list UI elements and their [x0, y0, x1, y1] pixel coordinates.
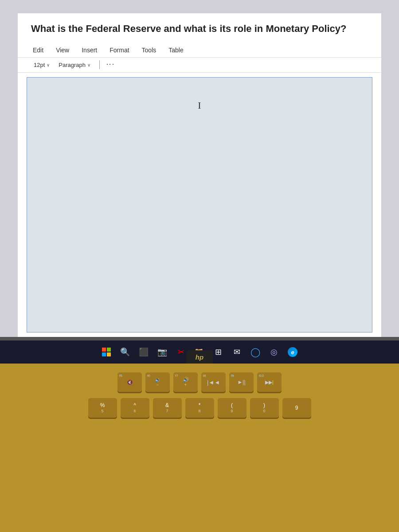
paragraph-dropdown[interactable]: Paragraph ∨ — [56, 60, 93, 70]
key-caret[interactable]: ^ 6 — [121, 398, 149, 418]
key-f5-icon: 🔇 — [127, 379, 133, 385]
hp-logo: hp — [186, 350, 213, 364]
menu-edit[interactable]: Edit — [31, 46, 45, 55]
win-logo-blue — [102, 352, 106, 356]
menu-insert[interactable]: Insert — [80, 46, 99, 55]
key-f7[interactable]: f7 🔊 + — [173, 372, 198, 392]
mail-button[interactable]: ✉ — [229, 344, 245, 360]
file-explorer-button[interactable]: ⬛ — [136, 344, 152, 360]
key-caret-sub: 6 — [133, 409, 136, 414]
key-asterisk-main: * — [199, 402, 201, 408]
key-f6[interactable]: f6 🔉 − — [145, 372, 170, 392]
key-ampersand-main: & — [165, 402, 169, 408]
key-f7-icon: 🔊 — [183, 377, 189, 383]
menu-tools[interactable]: Tools — [140, 46, 158, 55]
taskbar: 🔍 ⬛ 📷 ✂ 📂 ⊞ ✉ ◯ ◎ e hp — [0, 340, 399, 364]
search-button[interactable]: 🔍 — [117, 344, 133, 360]
key-f9-icon: ►|| — [237, 379, 245, 385]
key-asterisk-sub: 8 — [198, 409, 200, 414]
menu-format[interactable]: Format — [108, 46, 131, 55]
accessibility-button[interactable]: ◯ — [247, 344, 263, 360]
key-ampersand[interactable]: & 7 — [153, 398, 182, 418]
menu-table[interactable]: Table — [167, 46, 185, 55]
font-size-chevron: ∨ — [47, 63, 50, 67]
key-percent-main: % — [100, 402, 105, 408]
key-close-paren[interactable]: ) 0 — [250, 398, 279, 418]
screen-area: What is the Federal Reserve and what is … — [0, 0, 399, 337]
mail-icon: ✉ — [234, 347, 240, 357]
key-percent[interactable]: % 5 — [88, 398, 117, 418]
toolbar-separator — [99, 60, 100, 69]
menu-view[interactable]: View — [54, 46, 71, 55]
key-f8-label: f8 — [203, 374, 206, 378]
file-explorer-icon: ⬛ — [139, 347, 149, 357]
key-open-paren-sub: 9 — [231, 409, 233, 414]
function-key-row: f5 🔇 f6 🔉 − f7 🔊 + f8 |◄◄ f9 ►|| f10 ▶▶| — [117, 372, 282, 392]
accessibility-icon: ◯ — [250, 347, 260, 357]
edge-button[interactable]: e — [285, 344, 301, 360]
font-size-label: 12pt — [34, 62, 45, 68]
windows-logo — [102, 348, 111, 356]
document-title: What is the Federal Reserve and what is … — [18, 13, 381, 43]
key-open-paren[interactable]: ( 9 — [218, 398, 246, 418]
paragraph-label: Paragraph — [59, 62, 86, 68]
screen-bezel-bottom — [0, 337, 399, 340]
more-options-button[interactable]: ⋮ — [106, 60, 114, 69]
camera-button[interactable]: 📷 — [154, 344, 170, 360]
win-logo-red — [102, 348, 106, 352]
search-icon: 🔍 — [120, 347, 130, 357]
font-size-dropdown[interactable]: 12pt ∨ — [31, 60, 52, 70]
apps-grid-icon: ⊞ — [215, 347, 222, 357]
key-f8[interactable]: f8 |◄◄ — [201, 372, 226, 392]
key-9-main: 9 — [295, 405, 298, 411]
key-f5[interactable]: f5 🔇 — [117, 372, 142, 392]
windows-start-button[interactable] — [98, 344, 114, 360]
key-f6-sublabel: − — [156, 383, 159, 387]
cortana-button[interactable]: ◎ — [266, 344, 282, 360]
snipping-icon: ✂ — [178, 347, 184, 357]
editor-area[interactable]: I — [27, 77, 372, 332]
key-f9-label: f9 — [231, 374, 234, 378]
keyboard-area: f5 🔇 f6 🔉 − f7 🔊 + f8 |◄◄ f9 ►|| f10 ▶▶|… — [0, 364, 399, 532]
key-percent-sub: 5 — [101, 409, 103, 414]
key-close-paren-main: ) — [263, 402, 265, 408]
key-caret-main: ^ — [133, 402, 136, 408]
hp-brand-text: hp — [196, 353, 203, 361]
document-container: What is the Federal Reserve and what is … — [18, 13, 381, 337]
key-f5-label: f5 — [119, 374, 122, 378]
key-f9[interactable]: f9 ►|| — [229, 372, 254, 392]
key-f7-label: f7 — [175, 374, 178, 378]
key-f10-icon: ▶▶| — [265, 379, 274, 385]
win-logo-green — [107, 348, 111, 352]
key-f10[interactable]: f10 ▶▶| — [257, 372, 282, 392]
key-ampersand-sub: 7 — [166, 409, 168, 414]
key-f10-label: f10 — [259, 374, 264, 378]
key-9[interactable]: 9 — [282, 398, 311, 418]
key-f8-icon: |◄◄ — [207, 379, 220, 386]
key-f6-icon: 🔉 — [155, 377, 161, 383]
number-row: % 5 ^ 6 & 7 * 8 ( 9 ) 0 9 — [88, 398, 311, 418]
text-cursor: I — [198, 100, 201, 111]
win-logo-yellow — [107, 352, 111, 356]
toolbar: 12pt ∨ Paragraph ∨ ⋮ — [18, 58, 381, 73]
camera-icon: 📷 — [157, 347, 167, 357]
cortana-icon: ◎ — [270, 347, 278, 357]
key-open-paren-main: ( — [231, 402, 233, 408]
paragraph-chevron: ∨ — [87, 63, 90, 67]
key-asterisk[interactable]: * 8 — [185, 398, 214, 418]
key-f7-sublabel: + — [184, 383, 187, 387]
edge-icon: e — [288, 347, 297, 357]
key-close-paren-sub: 0 — [263, 409, 265, 414]
key-f6-label: f6 — [147, 374, 150, 378]
menu-bar: Edit View Insert Format Tools Table — [18, 43, 381, 58]
